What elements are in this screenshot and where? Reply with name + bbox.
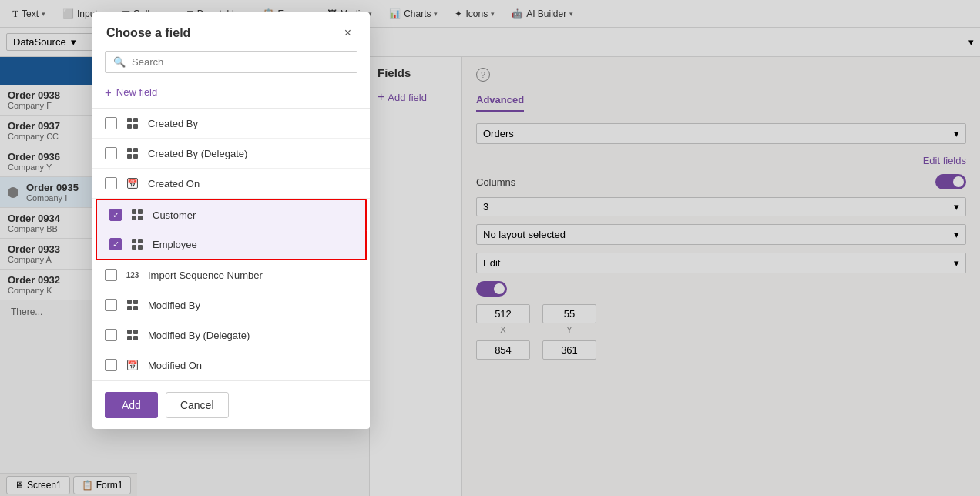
field-checkbox-created-on[interactable] (105, 177, 117, 189)
field-checkbox-modified-by[interactable] (105, 299, 117, 311)
field-item-created-by-delegate[interactable]: Created By (Delegate) (92, 139, 370, 169)
field-name-employee: Employee (153, 239, 353, 250)
field-checkbox-delegate[interactable] (105, 147, 117, 159)
field-type-icon: 📅 (125, 176, 140, 191)
field-name-modified-delegate: Modified By (Delegate) (148, 330, 357, 341)
field-type-icon (125, 116, 140, 131)
plus-icon: + (105, 85, 112, 99)
field-checkbox-modified-delegate[interactable] (105, 329, 117, 341)
field-type-icon (125, 297, 140, 313)
field-type-icon: 📅 (125, 357, 140, 373)
search-input[interactable] (132, 56, 349, 68)
dialog-header: Choose a field × (92, 12, 370, 51)
main-area: Northwind Ord... Order 0938 Company F ⚠ … (0, 57, 980, 496)
field-name-modified-by: Modified By (148, 300, 357, 311)
field-list: Created By Created By (Delegate) 📅 (92, 108, 370, 380)
field-item-modified-by[interactable]: Modified By (92, 290, 370, 320)
field-type-icon (129, 207, 145, 223)
field-checkbox-created-by[interactable] (105, 117, 117, 129)
field-checkbox-customer[interactable]: ✓ (109, 209, 122, 221)
dialog-footer: Add Cancel (92, 380, 370, 429)
dialog-close-button[interactable]: × (340, 25, 356, 42)
field-type-icon (129, 236, 145, 252)
field-item-modified-on[interactable]: 📅 Modified On (92, 350, 370, 380)
field-checkbox-employee[interactable]: ✓ (109, 238, 122, 250)
choose-field-dialog: Choose a field × 🔍 + New field Created (92, 12, 370, 429)
field-name-import-seq: Import Sequence Number (148, 270, 357, 281)
field-type-icon (125, 146, 140, 161)
field-checkbox-modified-on[interactable] (105, 359, 117, 371)
field-item-created-on[interactable]: 📅 Created On (92, 169, 370, 199)
search-icon: 🔍 (113, 56, 126, 68)
add-button[interactable]: Add (105, 392, 158, 418)
field-name-customer: Customer (153, 209, 353, 221)
field-item-employee[interactable]: ✓ Employee (96, 230, 367, 260)
field-name-created-on: Created On (148, 178, 357, 189)
field-checkbox-import-seq[interactable] (105, 269, 117, 281)
field-item-import-seq[interactable]: 123 Import Sequence Number (92, 260, 370, 290)
dialog-search-container[interactable]: 🔍 (105, 51, 357, 73)
field-name-created-by: Created By (148, 118, 357, 129)
field-name-delegate: Created By (Delegate) (148, 148, 357, 159)
field-name-modified-on: Modified On (148, 360, 357, 371)
dialog-title: Choose a field (106, 26, 190, 40)
cancel-button[interactable]: Cancel (166, 392, 229, 418)
field-item-modified-by-delegate[interactable]: Modified By (Delegate) (92, 320, 370, 350)
field-item-customer[interactable]: ✓ Customer (96, 199, 367, 231)
new-field-button[interactable]: + New field (105, 82, 157, 102)
field-type-icon (125, 327, 140, 343)
dialog-overlay: Choose a field × 🔍 + New field Created (0, 0, 980, 496)
field-type-icon: 123 (125, 267, 140, 283)
field-item-created-by[interactable]: Created By (92, 109, 370, 139)
